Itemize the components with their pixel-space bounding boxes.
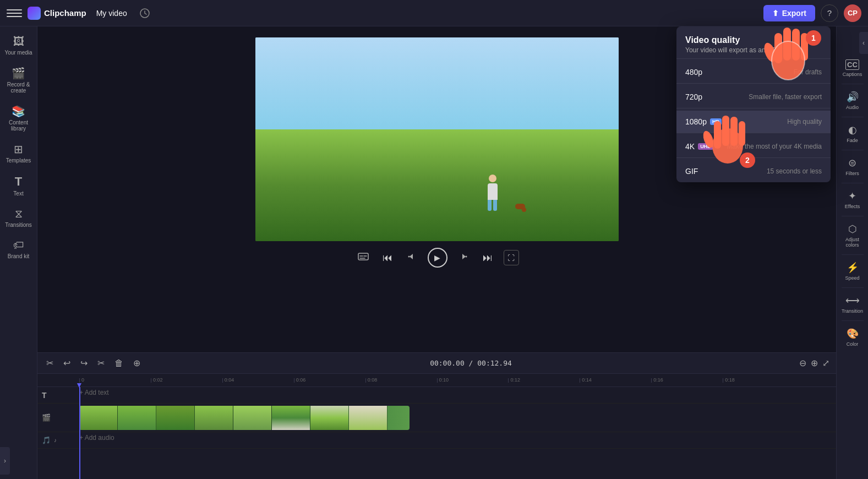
left-sidebar: 🖼 Your media 🎬 Record &create 📚 Contentl…: [0, 26, 37, 479]
rs-item-effects[interactable]: ✦ Effects: [839, 186, 866, 214]
vq-subtitle: Your video will export as an MP4 file: [685, 46, 822, 54]
sidebar-item-brand-kit[interactable]: 🏷 Brand kit: [2, 235, 35, 264]
vq-label-480p: 480p: [685, 68, 702, 77]
export-label: Export: [782, 9, 806, 18]
brand-kit-icon: 🏷: [13, 239, 24, 252]
undo-button[interactable]: ↩: [61, 356, 73, 371]
zoom-in-button[interactable]: ⊕: [811, 358, 818, 368]
right-sidebar-collapse-button[interactable]: ‹: [859, 32, 868, 54]
sidebar-item-transitions[interactable]: ⧖ Transitions: [2, 203, 35, 232]
rs-label-adjust-colors: Adjustcolors: [845, 237, 859, 248]
fade-rs-icon: ◐: [848, 124, 857, 136]
tick-10: 0:10: [437, 378, 509, 383]
video-preview: [255, 37, 619, 241]
split-button[interactable]: ⊕: [131, 356, 143, 371]
rs-item-fade[interactable]: ◐ Fade: [839, 119, 866, 148]
sidebar-label-transitions: Transitions: [5, 222, 32, 228]
vq-divider-3: [676, 133, 831, 133]
zoom-out-button[interactable]: ⊖: [799, 358, 806, 368]
thumb-bg-3: [156, 406, 194, 430]
video-preview-bg: [255, 37, 619, 241]
sidebar-item-content-library[interactable]: 📚 Contentlibrary: [2, 100, 35, 136]
video-track-content: [79, 404, 836, 432]
effects-rs-icon: ✦: [848, 190, 856, 202]
sidebar-item-record-create[interactable]: 🎬 Record &create: [2, 62, 35, 98]
video-thumb-1: [79, 406, 118, 430]
play-button[interactable]: ▶: [428, 248, 447, 268]
rs-item-color[interactable]: 🎨 Color: [839, 323, 866, 351]
fit-button[interactable]: ⤢: [822, 358, 829, 368]
topbar-left: Clipchamp My video: [7, 6, 757, 21]
timeline-ruler: 0 0:02 0:04 0:06 0:08 0:10 0:12 0:14 0:1…: [37, 374, 836, 387]
vq-1080p-badge: HD: [710, 118, 722, 125]
export-button[interactable]: ⬆ Export: [763, 5, 815, 21]
video-thumb-6: [272, 406, 310, 430]
thumb-bg-1: [79, 406, 117, 430]
rs-item-adjust-colors[interactable]: ⬡ Adjustcolors: [839, 219, 866, 252]
sidebar-collapse-button[interactable]: ›: [0, 447, 10, 475]
captions-button[interactable]: [355, 248, 372, 268]
rs-item-speed[interactable]: ⚡ Speed: [839, 257, 866, 285]
step-forward-button[interactable]: [456, 249, 472, 267]
speed-rs-icon: ⚡: [847, 262, 859, 274]
fullscreen-button[interactable]: ⛶: [504, 250, 519, 265]
redo-button[interactable]: ↪: [78, 356, 90, 371]
rs-item-filters[interactable]: ⊜ Filters: [839, 153, 866, 181]
rs-item-captions[interactable]: CC Captions: [839, 55, 866, 81]
vq-option-1080p[interactable]: 1080p HD High quality: [676, 111, 831, 133]
video-track: 🎬: [37, 404, 836, 432]
tick-14: 0:14: [580, 378, 651, 383]
thumb-bg-5: [233, 406, 271, 430]
menu-button[interactable]: [7, 6, 22, 21]
transition-rs-icon: ⟷: [845, 295, 860, 307]
rs-item-audio[interactable]: 🔊 Audio: [839, 86, 866, 115]
video-thumb-8: [349, 406, 387, 430]
vq-option-480p[interactable]: 480p For drafts: [676, 61, 831, 83]
field-bg: [255, 129, 619, 242]
vq-label-720p: 720p: [685, 92, 702, 101]
video-strip[interactable]: [79, 406, 410, 430]
rs-label-color: Color: [847, 341, 859, 347]
timeline-track-area: T + Add text 🎬: [37, 387, 836, 479]
rewind-button[interactable]: ⏮: [380, 250, 395, 266]
controls-bar: ⏮ ▶ ⏭ ⛶: [355, 248, 519, 268]
cut-button[interactable]: ✂: [95, 356, 107, 371]
sidebar-item-templates[interactable]: ⊞ Templates: [2, 138, 35, 168]
vq-label-4k: 4K UHD: [685, 142, 713, 151]
transitions-icon: ⧖: [15, 208, 23, 220]
vq-divider-4: [676, 157, 831, 158]
save-icon[interactable]: [137, 6, 152, 21]
step-back-button[interactable]: [403, 249, 419, 267]
tick-8: 0:08: [365, 378, 437, 383]
rs-item-transition[interactable]: ⟷ Transition: [839, 290, 866, 318]
trim-tool-button[interactable]: ✂: [44, 356, 56, 371]
timeline-playhead[interactable]: [79, 387, 80, 479]
svg-point-5: [465, 255, 467, 257]
video-track-label: 🎬: [37, 413, 79, 422]
add-audio-button[interactable]: + Add audio: [79, 434, 114, 442]
vq-desc-1080p: High quality: [787, 118, 822, 126]
add-text-button[interactable]: + Add text: [79, 389, 109, 396]
timeline-time-display: 00:00.00 / 00:12.94: [148, 359, 794, 367]
audio-track: 🎵 ♪ + Add audio: [37, 432, 836, 449]
help-button[interactable]: ?: [821, 4, 838, 22]
video-title[interactable]: My video: [92, 7, 132, 20]
vq-option-gif[interactable]: GIF 15 seconds or less: [676, 160, 831, 182]
vq-option-4k[interactable]: 4K UHD Make the most of your 4K media: [676, 135, 831, 157]
svg-point-4: [408, 255, 410, 257]
thumb-bg-6: [272, 406, 310, 430]
person-figure: [488, 175, 498, 211]
zoom-controls: ⊖ ⊕ ⤢: [799, 358, 829, 368]
rs-separator-3: [842, 150, 864, 150]
vq-divider-1: [676, 83, 831, 84]
rs-separator-7: [842, 287, 864, 288]
sidebar-item-your-media[interactable]: 🖼 Your media: [2, 31, 35, 60]
vq-option-720p[interactable]: 720p Smaller file, faster export: [676, 86, 831, 108]
avatar[interactable]: CP: [844, 4, 861, 22]
brand-name: Clipchamp: [44, 8, 86, 18]
rs-separator-2: [842, 117, 864, 117]
delete-button[interactable]: 🗑: [112, 356, 125, 371]
end-button[interactable]: ⏭: [481, 250, 495, 266]
sidebar-item-text[interactable]: T Text: [2, 170, 35, 201]
vq-720p-text: 720p: [685, 92, 702, 101]
